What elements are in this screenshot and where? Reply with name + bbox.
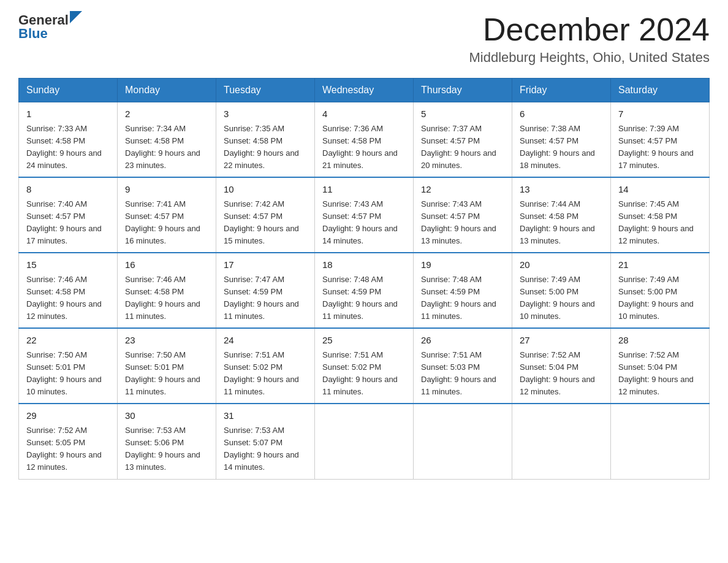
day-number: 15 [26,258,110,272]
table-row: 13Sunrise: 7:44 AMSunset: 4:58 PMDayligh… [512,177,611,253]
table-row: 16Sunrise: 7:46 AMSunset: 4:58 PMDayligh… [118,253,216,328]
page-header: General Blue December 2024 Middleburg He… [18,12,710,66]
table-row: 20Sunrise: 7:49 AMSunset: 5:00 PMDayligh… [512,253,611,328]
day-info: Sunrise: 7:53 AMSunset: 5:07 PMDaylight:… [224,424,307,474]
day-info: Sunrise: 7:48 AMSunset: 4:59 PMDaylight:… [421,274,504,323]
day-info: Sunrise: 7:43 AMSunset: 4:57 PMDaylight:… [421,198,504,248]
table-row [315,404,414,479]
table-row [611,404,710,479]
header-sunday: Sunday [19,79,118,102]
day-info: Sunrise: 7:48 AMSunset: 4:59 PMDaylight:… [322,274,406,323]
table-row: 2Sunrise: 7:34 AMSunset: 4:58 PMDaylight… [118,102,216,178]
day-number: 26 [421,334,504,348]
table-row: 22Sunrise: 7:50 AMSunset: 5:01 PMDayligh… [19,328,118,404]
calendar-week-5: 29Sunrise: 7:52 AMSunset: 5:05 PMDayligh… [19,404,710,479]
day-info: Sunrise: 7:33 AMSunset: 4:58 PMDaylight:… [26,123,110,172]
day-number: 30 [125,409,208,423]
day-number: 24 [224,334,307,348]
day-info: Sunrise: 7:42 AMSunset: 4:57 PMDaylight:… [224,198,307,248]
table-row: 24Sunrise: 7:51 AMSunset: 5:02 PMDayligh… [216,328,315,404]
day-number: 13 [520,183,603,197]
day-info: Sunrise: 7:52 AMSunset: 5:04 PMDaylight:… [618,349,702,399]
day-info: Sunrise: 7:46 AMSunset: 4:58 PMDaylight:… [26,274,110,323]
table-row: 17Sunrise: 7:47 AMSunset: 4:59 PMDayligh… [216,253,315,328]
day-number: 9 [125,183,208,197]
table-row: 30Sunrise: 7:53 AMSunset: 5:06 PMDayligh… [118,404,216,479]
table-row: 21Sunrise: 7:49 AMSunset: 5:00 PMDayligh… [611,253,710,328]
table-row: 31Sunrise: 7:53 AMSunset: 5:07 PMDayligh… [216,404,315,479]
day-info: Sunrise: 7:49 AMSunset: 5:00 PMDaylight:… [520,274,603,323]
calendar-week-3: 15Sunrise: 7:46 AMSunset: 4:58 PMDayligh… [19,253,710,328]
header-monday: Monday [118,79,216,102]
day-number: 22 [26,334,110,348]
day-number: 17 [224,258,307,272]
header-tuesday: Tuesday [216,79,315,102]
table-row: 18Sunrise: 7:48 AMSunset: 4:59 PMDayligh… [315,253,414,328]
table-row: 27Sunrise: 7:52 AMSunset: 5:04 PMDayligh… [512,328,611,404]
day-number: 23 [125,334,208,348]
day-number: 27 [520,334,603,348]
day-number: 28 [618,334,702,348]
day-info: Sunrise: 7:40 AMSunset: 4:57 PMDaylight:… [26,198,110,248]
day-number: 18 [322,258,406,272]
table-row: 5Sunrise: 7:37 AMSunset: 4:57 PMDaylight… [414,102,512,178]
day-number: 1 [26,107,110,121]
table-row: 19Sunrise: 7:48 AMSunset: 4:59 PMDayligh… [414,253,512,328]
day-info: Sunrise: 7:43 AMSunset: 4:57 PMDaylight:… [322,198,406,248]
day-info: Sunrise: 7:41 AMSunset: 4:57 PMDaylight:… [125,198,208,248]
weekday-header-row: Sunday Monday Tuesday Wednesday Thursday… [19,79,710,102]
logo-triangle-icon [70,11,82,23]
day-number: 5 [421,107,504,121]
header-thursday: Thursday [414,79,512,102]
table-row [414,404,512,479]
day-number: 21 [618,258,702,272]
calendar-week-1: 1Sunrise: 7:33 AMSunset: 4:58 PMDaylight… [19,102,710,178]
table-row: 25Sunrise: 7:51 AMSunset: 5:02 PMDayligh… [315,328,414,404]
day-number: 7 [618,107,702,121]
day-info: Sunrise: 7:49 AMSunset: 5:00 PMDaylight:… [618,274,702,323]
day-info: Sunrise: 7:52 AMSunset: 5:04 PMDaylight:… [520,349,603,399]
header-wednesday: Wednesday [315,79,414,102]
day-info: Sunrise: 7:44 AMSunset: 4:58 PMDaylight:… [520,198,603,248]
table-row [512,404,611,479]
location-subtitle: Middleburg Heights, Ohio, United States [469,50,710,66]
calendar-week-2: 8Sunrise: 7:40 AMSunset: 4:57 PMDaylight… [19,177,710,253]
table-row: 11Sunrise: 7:43 AMSunset: 4:57 PMDayligh… [315,177,414,253]
day-number: 8 [26,183,110,197]
day-info: Sunrise: 7:52 AMSunset: 5:05 PMDaylight:… [26,424,110,474]
calendar-table: Sunday Monday Tuesday Wednesday Thursday… [18,78,710,479]
table-row: 10Sunrise: 7:42 AMSunset: 4:57 PMDayligh… [216,177,315,253]
day-number: 20 [520,258,603,272]
day-info: Sunrise: 7:51 AMSunset: 5:03 PMDaylight:… [421,349,504,399]
table-row: 28Sunrise: 7:52 AMSunset: 5:04 PMDayligh… [611,328,710,404]
month-year-title: December 2024 [469,12,710,47]
table-row: 12Sunrise: 7:43 AMSunset: 4:57 PMDayligh… [414,177,512,253]
day-info: Sunrise: 7:37 AMSunset: 4:57 PMDaylight:… [421,123,504,172]
table-row: 1Sunrise: 7:33 AMSunset: 4:58 PMDaylight… [19,102,118,178]
day-info: Sunrise: 7:39 AMSunset: 4:57 PMDaylight:… [618,123,702,172]
header-saturday: Saturday [611,79,710,102]
day-number: 2 [125,107,208,121]
calendar-week-4: 22Sunrise: 7:50 AMSunset: 5:01 PMDayligh… [19,328,710,404]
logo-blue-text: Blue [18,26,48,42]
day-info: Sunrise: 7:46 AMSunset: 4:58 PMDaylight:… [125,274,208,323]
title-area: December 2024 Middleburg Heights, Ohio, … [469,12,710,66]
day-info: Sunrise: 7:36 AMSunset: 4:58 PMDaylight:… [322,123,406,172]
table-row: 7Sunrise: 7:39 AMSunset: 4:57 PMDaylight… [611,102,710,178]
header-friday: Friday [512,79,611,102]
table-row: 29Sunrise: 7:52 AMSunset: 5:05 PMDayligh… [19,404,118,479]
table-row: 26Sunrise: 7:51 AMSunset: 5:03 PMDayligh… [414,328,512,404]
table-row: 9Sunrise: 7:41 AMSunset: 4:57 PMDaylight… [118,177,216,253]
table-row: 14Sunrise: 7:45 AMSunset: 4:58 PMDayligh… [611,177,710,253]
day-number: 19 [421,258,504,272]
day-number: 14 [618,183,702,197]
table-row: 8Sunrise: 7:40 AMSunset: 4:57 PMDaylight… [19,177,118,253]
day-number: 12 [421,183,504,197]
table-row: 4Sunrise: 7:36 AMSunset: 4:58 PMDaylight… [315,102,414,178]
day-info: Sunrise: 7:51 AMSunset: 5:02 PMDaylight:… [322,349,406,399]
logo: General Blue [18,12,82,42]
day-number: 11 [322,183,406,197]
day-info: Sunrise: 7:53 AMSunset: 5:06 PMDaylight:… [125,424,208,474]
day-number: 6 [520,107,603,121]
day-number: 31 [224,409,307,423]
